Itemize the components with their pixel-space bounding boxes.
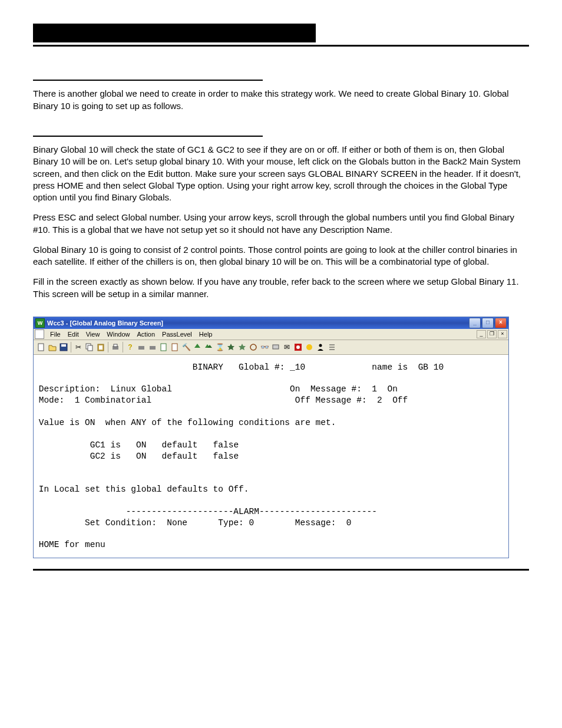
mode-value[interactable]: 1 Combinatorial: [75, 396, 152, 405]
red-button-icon[interactable]: [293, 342, 303, 353]
terminal-content: BINARY Global #: _10 name is GB 10 Descr…: [34, 355, 508, 558]
menu-file[interactable]: File: [47, 331, 64, 338]
close-button[interactable]: ×: [495, 318, 507, 328]
menu-passlevel[interactable]: PassLevel: [158, 331, 196, 338]
menu-bar: File Edit View Window Action PassLevel H…: [34, 329, 508, 340]
paragraph: There is another global we need to creat…: [33, 88, 529, 112]
print-icon[interactable]: [110, 342, 121, 353]
off-message-text: Off: [392, 396, 408, 405]
kind-label: BINARY: [193, 363, 223, 372]
printer1-icon[interactable]: [136, 342, 147, 353]
svg-point-17: [306, 344, 312, 350]
condition-default[interactable]: false: [213, 440, 239, 450]
mode-label: Mode:: [39, 396, 65, 405]
header-bar: [33, 24, 316, 42]
paste-icon[interactable]: [95, 342, 106, 353]
svg-rect-0: [38, 344, 44, 351]
hidden-heading-2: Setting up Global Binary 10: [33, 120, 529, 132]
mail-icon[interactable]: ✉: [282, 342, 292, 353]
off-message-label: Off Message #:: [295, 396, 367, 405]
global-num-label: Global #:: [239, 363, 285, 372]
new-icon[interactable]: [36, 342, 47, 353]
printer2-icon[interactable]: [147, 342, 158, 353]
svg-rect-8: [114, 344, 117, 347]
footer-hint: HOME for menu: [39, 540, 105, 549]
alarm-set-value[interactable]: None: [167, 518, 187, 528]
svg-rect-12: [172, 344, 177, 351]
mdi-close-button[interactable]: ×: [498, 330, 507, 338]
top-divider: [33, 45, 529, 47]
hammer-icon[interactable]: 🔨: [181, 342, 191, 353]
mdi-icon[interactable]: [35, 330, 44, 339]
description-value[interactable]: Linux Global: [111, 384, 172, 394]
menu-edit[interactable]: Edit: [64, 331, 82, 338]
wheel-icon[interactable]: [248, 342, 259, 353]
open-icon[interactable]: [47, 342, 58, 353]
hourglass-icon[interactable]: ⌛: [214, 342, 225, 353]
section-divider-1: [33, 80, 263, 81]
condition-point[interactable]: GC1: [90, 440, 105, 450]
svg-rect-6: [99, 345, 103, 350]
alarm-message-label: Message:: [295, 518, 336, 528]
svg-rect-4: [88, 345, 92, 351]
global-num-value[interactable]: _10: [290, 363, 305, 372]
alarm-type-label: Type:: [218, 518, 244, 528]
condition-state[interactable]: ON: [136, 452, 146, 461]
svg-point-13: [250, 344, 256, 350]
mdi-restore-button[interactable]: ❐: [487, 330, 497, 338]
menu-help[interactable]: Help: [196, 331, 216, 338]
alarm-message-value[interactable]: 0: [346, 518, 352, 528]
paragraph: Press ESC and select Global number. Usin…: [33, 212, 529, 236]
off-message-num[interactable]: 2: [377, 396, 382, 405]
tree-icon[interactable]: [192, 342, 203, 353]
app-icon: W: [35, 318, 45, 328]
star1-icon[interactable]: [226, 342, 236, 353]
window-title: Wcc3 - [Global Analog Binary Screen]: [47, 319, 469, 327]
help-icon[interactable]: ?: [125, 342, 135, 353]
on-message-label: On Message #:: [290, 384, 362, 394]
doc-icon[interactable]: [170, 342, 180, 353]
alarm-set-label: Set Condition:: [85, 518, 157, 528]
trees-icon[interactable]: [203, 342, 214, 353]
cut-icon[interactable]: ✂: [73, 342, 84, 353]
local-default-line: In Local set this global defaults to Off…: [39, 485, 249, 494]
on-message-num[interactable]: 1: [372, 384, 377, 394]
svg-rect-11: [161, 344, 166, 351]
bottom-divider: [33, 569, 529, 571]
on-message-text: On: [387, 384, 397, 394]
svg-rect-10: [150, 346, 156, 350]
alarm-type-value[interactable]: 0: [249, 518, 254, 528]
menu-window[interactable]: Window: [103, 331, 133, 338]
paragraph: Fill in the screen exactly as shown belo…: [33, 276, 529, 300]
global-name: GB 10: [418, 363, 444, 372]
menu-action[interactable]: Action: [133, 331, 158, 338]
paragraph: Global Binary 10 is going to consist of …: [33, 244, 529, 268]
alarm-divider: ---------------------ALARM--------------…: [126, 507, 377, 516]
star2-icon[interactable]: [237, 342, 247, 353]
title-bar: W Wcc3 - [Global Analog Binary Screen] _…: [34, 317, 508, 329]
value-condition-line: Value is ON when ANY of the following co…: [39, 418, 336, 427]
maximize-button[interactable]: □: [482, 318, 494, 328]
condition-state[interactable]: ON: [136, 440, 146, 450]
svg-point-16: [296, 345, 300, 349]
list-icon[interactable]: [326, 342, 337, 353]
condition-default[interactable]: false: [213, 452, 239, 461]
menu-view[interactable]: View: [82, 331, 104, 338]
name-is-label: name is: [372, 363, 408, 372]
svg-rect-14: [273, 345, 279, 349]
mdi-minimize-button[interactable]: _: [477, 330, 486, 338]
yellow-dot-icon[interactable]: [304, 342, 315, 353]
section-divider-2: [33, 136, 263, 137]
svg-rect-9: [138, 346, 144, 350]
pc-icon[interactable]: [270, 342, 281, 353]
save-icon[interactable]: [58, 342, 69, 353]
person-icon[interactable]: [315, 342, 326, 353]
minimize-button[interactable]: _: [469, 318, 481, 328]
toolbar: ✂ ? 🔨 ⌛ 👓 ✉: [34, 340, 508, 355]
condition-point[interactable]: GC2: [90, 452, 105, 461]
app-window: W Wcc3 - [Global Analog Binary Screen] _…: [33, 317, 509, 558]
glasses-icon[interactable]: 👓: [259, 342, 270, 353]
doc-plus-icon[interactable]: [158, 342, 169, 353]
description-label: Description:: [39, 384, 100, 394]
copy-icon[interactable]: [84, 342, 95, 353]
